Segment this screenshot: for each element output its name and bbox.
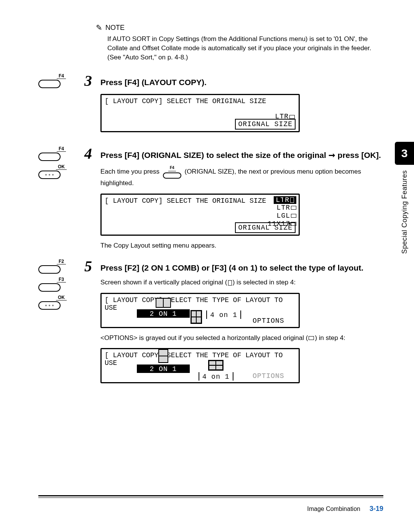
key-f3-icon: F3 (38, 277, 84, 292)
lcd-softkey-2on1: 2 ON 1 COMB (137, 309, 189, 318)
key-f2-icon: F2 (38, 259, 84, 274)
step-description: Each time you press F4 (ORIGNAL SIZE), t… (100, 165, 383, 188)
step-after-text: The Copy Layout setting menu appears. (100, 241, 383, 251)
step-title: Press [F4] (ORIGNAL SIZE) to select the … (100, 146, 381, 161)
step-description: Screen shown if a vertically placed orig… (100, 278, 383, 287)
lcd-screen: [ LAYOUT COPY] SELECT THE TYPE OF LAYOUT… (100, 348, 300, 383)
lcd-softkey-4on1: 4 on 1 (199, 372, 233, 381)
lcd-softkey-options-disabled: OPTIONS (250, 371, 288, 381)
lcd-screen: [ LAYOUT COPY] SELECT THE ORIGINAL SIZE … (100, 94, 300, 132)
step-description: <OPTIONS> is grayed out if you selected … (100, 333, 383, 343)
lcd-screen: [ LAYOUT COPY] SELECT THE TYPE OF LAYOUT… (100, 293, 300, 328)
lcd-header: [ LAYOUT COPY] SELECT THE ORIGINAL SIZE (105, 97, 296, 105)
chapter-title: Special Copying Features (401, 170, 409, 254)
note-text: If AUTO SORT in Copy Settings (from the … (107, 34, 383, 62)
step-number: 5 (84, 259, 96, 274)
footer-section: Image Combination (307, 506, 360, 512)
note-block: ✎ NOTE If AUTO SORT in Copy Settings (fr… (96, 23, 383, 62)
step-title: Press [F2] (2 ON 1 COMB) or [F3] (4 on 1… (100, 259, 363, 273)
lcd-softkey-orignal-size: ORIGNAL SIZE (235, 119, 296, 130)
lcd-softkey-options: OPTIONS (250, 316, 288, 325)
layout-2on1-icon (158, 349, 168, 363)
inline-key-f4-icon: F4 (163, 165, 181, 179)
lcd-screen: [ LAYOUT COPY] SELECT THE ORIGINAL SIZE … (100, 194, 300, 236)
key-f4-icon: F4 (38, 146, 84, 161)
page-footer: Image Combination 3-19 (38, 495, 383, 513)
chapter-number: 3 (395, 142, 414, 165)
layout-2on1-icon (156, 298, 171, 308)
step-number: 3 (84, 73, 96, 89)
step-4: F4 OK 4 Press [F4] (ORIGNAL SIZE) to sel… (38, 146, 383, 250)
footer-page-number: 3-19 (370, 505, 383, 513)
layout-4on1-icon (208, 360, 223, 371)
step-3: F4 3 Press [F4] (LAYOUT COPY). [ LAYOUT … (38, 73, 383, 138)
step-title: Press [F4] (LAYOUT COPY). (100, 73, 207, 88)
note-label: NOTE (105, 24, 125, 32)
key-ok-icon: OK (38, 164, 84, 179)
landscape-icon (309, 336, 314, 340)
key-ok-icon: OK (38, 295, 84, 310)
key-f4-icon: F4 (38, 73, 84, 88)
step-5: F2 F3 OK 5 Press [F2] (2 ON 1 COMB) or [… (38, 259, 383, 389)
step-number: 4 (84, 146, 96, 161)
lcd-header: [ LAYOUT COPY] SELECT THE ORIGINAL SIZE (105, 197, 296, 205)
lcd-softkey-2on1: 2 ON 1 COMB (137, 365, 189, 373)
layout-4on1-icon (191, 310, 202, 324)
side-tab: 3 Special Copying Features (395, 142, 414, 254)
pencil-icon: ✎ (96, 23, 102, 32)
arrow-up-icon: ▲ (283, 195, 286, 200)
lcd-softkey-4on1: 4 on 1 (206, 310, 241, 319)
portrait-icon (228, 280, 232, 286)
lcd-softkey-orignal-size: ORIGNAL SIZE (235, 222, 296, 233)
